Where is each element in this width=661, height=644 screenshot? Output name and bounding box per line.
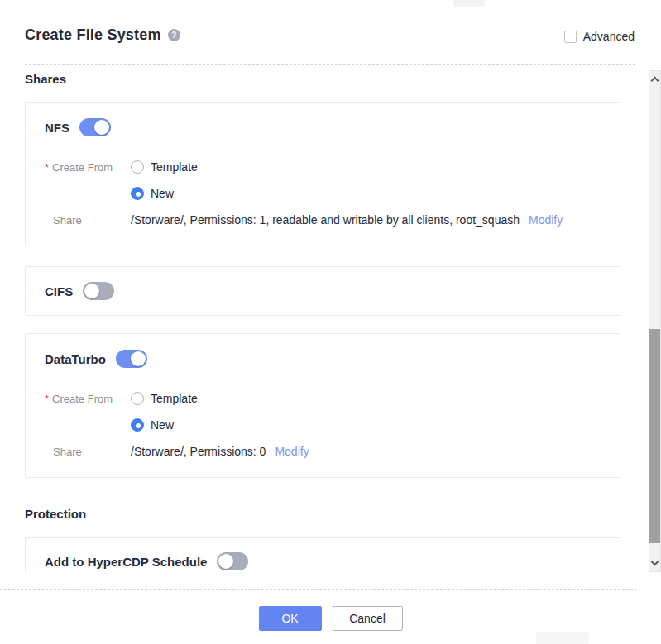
toggle-knob <box>84 284 99 298</box>
section-heading-protection: Protection <box>25 507 86 521</box>
required-mark: * <box>45 393 49 405</box>
radio-icon[interactable] <box>131 187 144 200</box>
dataturbo-modify-link[interactable]: Modify <box>275 445 309 458</box>
share-label: Share <box>45 214 131 227</box>
radio-option-new[interactable]: New <box>131 418 174 432</box>
advanced-label: Advanced <box>583 30 635 43</box>
background-fragment <box>536 632 589 644</box>
radio-label: Template <box>151 392 198 405</box>
radio-icon[interactable] <box>131 160 144 174</box>
section-heading-shares: Shares <box>25 72 66 86</box>
nfs-share-value: /Storware/, Permissions: 1, readable and… <box>131 213 520 227</box>
create-from-label: *Create From <box>45 393 131 405</box>
dataturbo-label: DataTurbo <box>45 352 106 366</box>
nfs-modify-link[interactable]: Modify <box>529 213 563 227</box>
radio-option-new[interactable]: New <box>131 187 174 200</box>
ok-button[interactable]: OK <box>259 606 322 631</box>
cifs-card: CIFS <box>25 266 620 316</box>
radio-option-template[interactable]: Template <box>131 392 198 405</box>
toggle-knob <box>131 351 146 366</box>
dataturbo-toggle[interactable] <box>116 350 147 368</box>
scroll-up-icon[interactable] <box>649 73 660 85</box>
cifs-toggle[interactable] <box>83 282 114 300</box>
dataturbo-card: DataTurbo *Create From Template New Shar… <box>25 333 620 478</box>
radio-label: New <box>151 187 174 200</box>
vertical-scrollbar[interactable] <box>649 70 661 572</box>
advanced-checkbox[interactable] <box>564 31 577 43</box>
nfs-toggle[interactable] <box>79 118 111 136</box>
cancel-button[interactable]: Cancel <box>333 606 403 631</box>
radio-option-template[interactable]: Template <box>131 160 198 174</box>
radio-label: Template <box>151 160 198 174</box>
dataturbo-share-value: /Storware/, Permissions: 0 <box>131 445 266 458</box>
toggle-knob <box>94 120 109 135</box>
scrollbar-thumb[interactable] <box>649 329 660 543</box>
advanced-toggle-group[interactable]: Advanced <box>564 30 635 43</box>
nfs-label: NFS <box>45 121 69 135</box>
radio-label: New <box>151 418 174 432</box>
page-title: Create File System <box>25 26 161 44</box>
radio-icon[interactable] <box>131 418 144 432</box>
help-icon[interactable]: ? <box>168 29 180 41</box>
create-from-label: *Create From <box>45 161 131 174</box>
hypercdp-label: Add to HyperCDP Schedule <box>45 555 207 569</box>
footer-separator <box>0 589 637 590</box>
scrollable-content: Shares NFS *Create From Template New <box>0 65 649 572</box>
toggle-knob <box>218 554 233 569</box>
share-label: Share <box>45 446 131 458</box>
dialog-header: Create File System ? <box>25 26 180 44</box>
cifs-label: CIFS <box>45 284 73 298</box>
dialog-footer: OK Cancel <box>0 606 661 631</box>
hypercdp-card: Add to HyperCDP Schedule <box>25 537 620 572</box>
background-fragment <box>453 0 485 7</box>
create-file-system-dialog: Create File System ? Advanced Shares NFS… <box>0 0 661 644</box>
nfs-card: NFS *Create From Template New Share <box>25 102 620 246</box>
radio-icon[interactable] <box>131 392 144 405</box>
required-mark: * <box>45 161 49 174</box>
hypercdp-toggle[interactable] <box>217 552 248 570</box>
scroll-down-icon[interactable] <box>649 557 660 570</box>
